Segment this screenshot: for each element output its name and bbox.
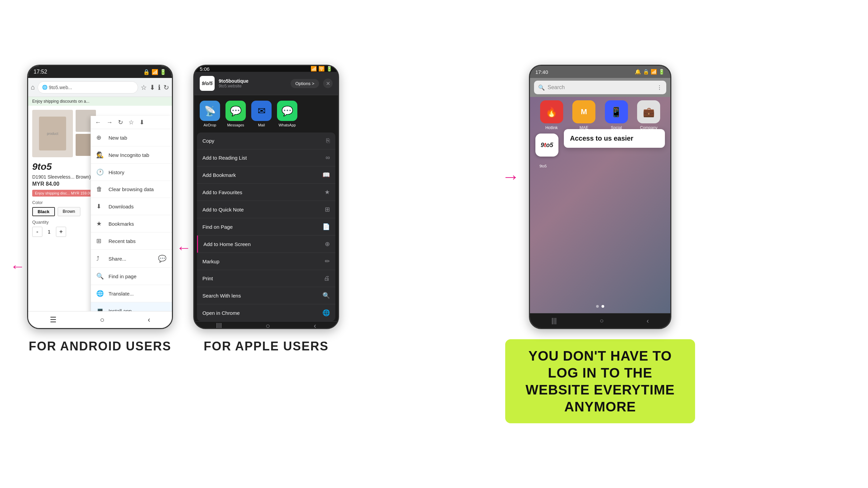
menu-downloads[interactable]: ⬇ Downloads: [91, 198, 172, 215]
menu-share[interactable]: ⤴ Share... 💬: [91, 250, 172, 268]
close-share-button[interactable]: ✕: [323, 79, 333, 88]
qty-plus[interactable]: +: [56, 227, 66, 237]
dropdown-toolbar: ← → ↻ ☆ ⬇: [91, 116, 172, 129]
access-bubble: Access to us easier: [564, 129, 665, 148]
share-label: Share...: [108, 256, 126, 262]
samsung-section: 17:40 🔔 🔒 📶 🔋 🔍 Search ⋮ 🔥: [359, 65, 841, 423]
history-label: History: [108, 169, 124, 175]
menu-install[interactable]: 💻 Install app: [91, 302, 172, 311]
apple-menu-quick-note[interactable]: Add to Quick Note ⊞: [197, 201, 335, 218]
print-icon: 🖨: [324, 275, 330, 282]
reload-icon[interactable]: ↻: [118, 119, 123, 126]
quick-note-icon: ⊞: [325, 206, 330, 213]
apple-menu-markup[interactable]: Markup ✏: [197, 253, 335, 270]
dot-1: [596, 305, 599, 308]
apple-menu-favourites[interactable]: Add to Favourites ★: [197, 184, 335, 201]
menu-bookmarks[interactable]: ★ Bookmarks: [91, 215, 172, 232]
samsung-wrapper: 17:40 🔔 🔒 📶 🔋 🔍 Search ⋮ 🔥: [529, 65, 671, 329]
quick-note-label: Add to Quick Note: [202, 207, 244, 212]
whatsapp-label: WhatsApp: [279, 123, 296, 127]
access-text: Access to us easier: [570, 135, 633, 142]
app-messages[interactable]: 💬 Messages: [225, 101, 246, 127]
bookmarks-label: Bookmarks: [108, 221, 134, 227]
samsung-nav-back[interactable]: ‹: [647, 317, 649, 325]
apple-time: 5:06: [200, 66, 210, 72]
samsung-search-bar[interactable]: 🔍 Search ⋮: [534, 81, 666, 94]
qty-minus[interactable]: -: [32, 227, 42, 237]
apple-menu-find-page[interactable]: Find on Page 📄: [197, 218, 335, 236]
samsung-arrow: →: [502, 166, 519, 187]
android-nav-bar: ☰ ○ ‹: [28, 311, 172, 328]
menu-new-tab[interactable]: ⊕ New tab: [91, 129, 172, 146]
android-phone: 17:52 🔒 📶 🔋 ⌂ 🌐 9to5.web... ☆ ⬇ ℹ ↻: [27, 65, 173, 329]
apple-share-apps: 📡 AirDrop 💬 Messages ✉ Mail 💬: [194, 95, 338, 133]
download-dd-icon[interactable]: ⬇: [139, 119, 144, 126]
apple-menu-print[interactable]: Print 🖨: [197, 270, 335, 287]
nav-back-icon[interactable]: ‹: [148, 316, 150, 324]
nav-menu-icon[interactable]: ☰: [50, 316, 57, 324]
menu-clear[interactable]: 🗑 Clear browsing data: [91, 181, 172, 198]
menu-history[interactable]: 🕐 History: [91, 164, 172, 181]
apple-menu-add-home[interactable]: Add to Home Screen ⊕: [197, 236, 335, 253]
menu-recent[interactable]: ⊞ Recent tabs: [91, 232, 172, 250]
markup-icon: ✏: [325, 258, 330, 265]
samsung-nav-bar: ||| ○ ‹: [530, 313, 670, 328]
forward-icon[interactable]: →: [106, 119, 113, 126]
promo-badge: Enjoy shipping disc... MYR 159.00...: [32, 190, 98, 197]
url-box[interactable]: 🌐 9to5.web...: [38, 81, 138, 94]
open-chrome-label: Open in Chrome: [202, 310, 240, 316]
apple-nav-home[interactable]: ○: [265, 322, 270, 329]
options-button[interactable]: Options >: [291, 79, 319, 88]
star-icon[interactable]: ☆: [129, 119, 134, 126]
color-black-btn[interactable]: Black: [32, 207, 55, 216]
apple-content: 9/o/5 9to5boutique 9to5.website Options …: [194, 72, 338, 321]
app-mail[interactable]: ✉ Mail: [251, 101, 272, 127]
app-airdrop[interactable]: 📡 AirDrop: [200, 101, 220, 127]
samsung-home-content: 🔥 Hotlink M MAE 📱 Social 💼: [530, 97, 670, 313]
menu-find[interactable]: 🔍 Find in page: [91, 268, 172, 285]
hotlink-label: Hotlink: [545, 125, 558, 130]
samsung-nav-recent[interactable]: |||: [551, 317, 557, 325]
app-company[interactable]: 💼 Company: [637, 100, 660, 130]
more-options-icon[interactable]: ⋮: [657, 84, 662, 91]
menu-translate[interactable]: 🌐 Translate...: [91, 285, 172, 302]
samsung-nav-home[interactable]: ○: [599, 317, 604, 325]
app-mae[interactable]: M MAE: [572, 100, 595, 130]
apple-menu-reading[interactable]: Add to Reading List ∞: [197, 149, 335, 166]
whatsapp-icon: 💬: [277, 101, 297, 121]
apple-menu-copy[interactable]: Copy ⎘: [197, 133, 335, 149]
home-icon[interactable]: ⌂: [31, 83, 35, 91]
install-icon: 💻: [96, 307, 104, 311]
favourites-icon: ★: [324, 188, 330, 196]
search-placeholder: Search: [548, 84, 565, 90]
color-brown-btn[interactable]: Brown: [58, 207, 80, 216]
android-status-bar: 17:52 🔒 📶 🔋: [28, 66, 172, 78]
download-icon[interactable]: ⬇: [150, 83, 155, 92]
apple-menu-open-chrome[interactable]: Open in Chrome 🌐: [197, 304, 335, 321]
apple-icons: 📶 🛜 🔋: [311, 66, 333, 72]
downloads-label: Downloads: [108, 204, 134, 209]
apple-menu-bookmark[interactable]: Add Bookmark 📖: [197, 166, 335, 184]
app-hotlink[interactable]: 🔥 Hotlink: [540, 100, 563, 130]
menu-incognito[interactable]: 🕵 New Incognito tab: [91, 146, 172, 164]
bookmark-icon: 📖: [322, 171, 330, 179]
apple-menu-search-lens[interactable]: Search With lens 🔍: [197, 287, 335, 304]
mail-label: Mail: [258, 123, 265, 127]
chrome-icon: 🌐: [322, 309, 330, 317]
apple-nav-left[interactable]: |||: [216, 322, 222, 329]
apple-nav-back[interactable]: ‹: [314, 322, 316, 329]
refresh-icon[interactable]: ↻: [163, 83, 169, 92]
recent-icon: ⊞: [96, 237, 104, 245]
qty-value: 1: [45, 229, 53, 235]
samsung-apps-row: 🔥 Hotlink M MAE 📱 Social 💼: [530, 100, 670, 130]
bookmark-icon[interactable]: ☆: [141, 83, 147, 92]
samsung-icons: 🔔 🔒 📶 🔋: [635, 69, 665, 75]
app-social[interactable]: 📱 Social: [605, 100, 628, 130]
info-icon[interactable]: ℹ: [158, 83, 161, 92]
back-icon[interactable]: ←: [95, 119, 101, 126]
hotlink-icon: 🔥: [540, 100, 563, 123]
history-icon: 🕐: [96, 168, 104, 176]
nav-home-icon[interactable]: ○: [100, 316, 104, 324]
9to5-app-icon[interactable]: 9to5: [535, 134, 558, 157]
app-whatsapp[interactable]: 💬 WhatsApp: [277, 101, 297, 127]
